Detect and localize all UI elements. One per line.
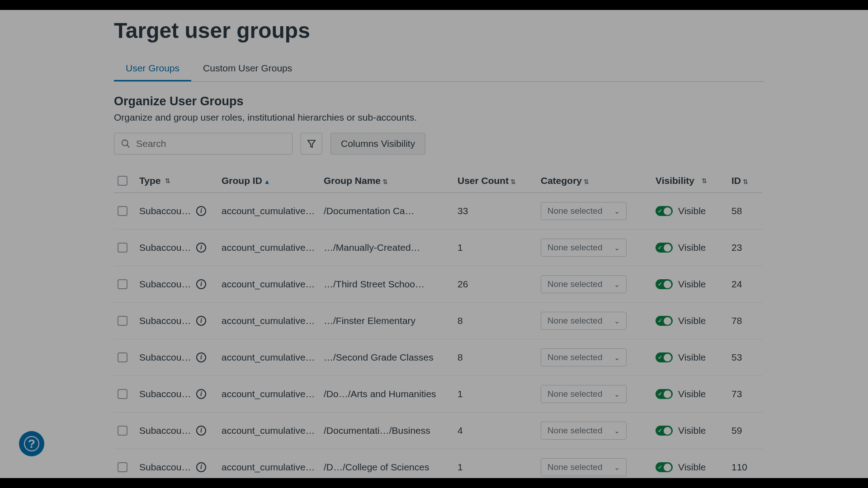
info-icon[interactable]: i xyxy=(196,206,206,216)
filter-button[interactable] xyxy=(301,133,322,155)
info-icon[interactable]: i xyxy=(196,352,206,362)
cell-user-count: 4 xyxy=(458,425,541,436)
row-checkbox[interactable] xyxy=(118,352,127,362)
visibility-toggle[interactable] xyxy=(656,316,673,326)
visibility-text: Visible xyxy=(678,315,705,326)
table-row: Subaccount… i account_cumulative… /Do…/A… xyxy=(114,376,763,413)
sort-icon: ⇅ xyxy=(382,178,388,185)
help-icon: ? xyxy=(24,436,39,451)
sort-asc-icon: ▲ xyxy=(264,178,270,185)
row-checkbox[interactable] xyxy=(118,316,127,326)
table-row: Subaccount… i account_cumulative… …/Manu… xyxy=(114,230,763,266)
sort-icon: ⇅ xyxy=(702,177,707,184)
tab-user-groups[interactable]: User Groups xyxy=(114,56,191,81)
visibility-toggle[interactable] xyxy=(656,426,673,436)
page-title: Target user groups xyxy=(114,18,764,43)
cell-id: 23 xyxy=(731,242,762,253)
col-header-group-id[interactable]: Group ID▲ xyxy=(222,175,324,186)
toolbar: Columns Visibility xyxy=(114,133,764,155)
columns-visibility-button[interactable]: Columns Visibility xyxy=(330,133,425,155)
category-select[interactable]: None selected ⌄ xyxy=(541,458,627,476)
table-row: Subaccount… i account_cumulative… …/Fins… xyxy=(114,303,763,339)
row-checkbox[interactable] xyxy=(118,206,127,216)
info-icon[interactable]: i xyxy=(196,462,206,472)
category-select[interactable]: None selected ⌄ xyxy=(541,385,627,403)
type-text: Subaccount… xyxy=(139,389,193,399)
chevron-down-icon: ⌄ xyxy=(614,463,620,472)
cell-type: Subaccount… i xyxy=(139,242,222,253)
row-checkbox[interactable] xyxy=(118,462,127,472)
cell-id: 110 xyxy=(731,462,762,473)
col-header-type[interactable]: Type⇅ xyxy=(139,175,222,186)
info-icon[interactable]: i xyxy=(196,279,206,289)
category-value: None selected xyxy=(547,206,602,216)
visibility-toggle[interactable] xyxy=(656,279,673,289)
col-header-visibility[interactable]: Visibility⇅ xyxy=(656,175,731,186)
category-value: None selected xyxy=(547,316,602,326)
info-icon[interactable]: i xyxy=(196,389,206,399)
tabs: User Groups Custom User Groups xyxy=(114,56,764,82)
row-checkbox[interactable] xyxy=(118,279,127,289)
section-description: Organize and group user roles, instituti… xyxy=(114,112,764,123)
cell-group-id: account_cumulative… xyxy=(222,279,324,290)
table-header-row: Type⇅ Group ID▲ Group Name⇅ User Count⇅ … xyxy=(114,169,763,193)
type-text: Subaccount… xyxy=(139,206,193,216)
category-value: None selected xyxy=(547,462,602,472)
col-header-category-label: Category xyxy=(541,175,582,186)
category-select[interactable]: None selected ⌄ xyxy=(541,202,627,220)
search-icon xyxy=(121,139,131,149)
search-input-wrapper[interactable] xyxy=(114,133,292,155)
select-all-checkbox[interactable] xyxy=(118,176,127,186)
col-header-category[interactable]: Category⇅ xyxy=(541,175,656,186)
chevron-down-icon: ⌄ xyxy=(614,207,620,216)
cell-group-name: /Documentati…/Business xyxy=(324,425,458,436)
chevron-down-icon: ⌄ xyxy=(614,427,620,435)
category-select[interactable]: None selected ⌄ xyxy=(541,239,627,257)
cell-id: 59 xyxy=(731,425,762,436)
visibility-toggle[interactable] xyxy=(656,206,673,216)
cell-group-name: /Do…/Arts and Humanities xyxy=(324,389,458,399)
cell-visibility: Visible xyxy=(656,462,731,473)
col-header-id[interactable]: ID⇅ xyxy=(731,175,762,186)
cell-user-count: 8 xyxy=(458,352,541,363)
category-select[interactable]: None selected ⌄ xyxy=(541,348,627,366)
col-header-id-label: ID xyxy=(731,175,741,186)
row-checkbox[interactable] xyxy=(118,426,127,436)
cell-visibility: Visible xyxy=(656,352,731,363)
tab-custom-user-groups[interactable]: Custom User Groups xyxy=(191,56,304,81)
visibility-toggle[interactable] xyxy=(656,462,673,472)
cell-group-name: …/Third Street Schoo… xyxy=(324,279,458,290)
category-select[interactable]: None selected ⌄ xyxy=(541,312,627,330)
cell-group-id: account_cumulative… xyxy=(222,242,324,253)
cell-id: 53 xyxy=(731,352,762,363)
cell-user-count: 26 xyxy=(458,279,541,290)
cell-type: Subaccount… i xyxy=(139,279,222,290)
sort-icon: ⇅ xyxy=(743,178,748,185)
cell-group-id: account_cumulative… xyxy=(222,352,324,363)
category-value: None selected xyxy=(547,426,602,436)
info-icon[interactable]: i xyxy=(196,316,206,326)
cell-type: Subaccount… i xyxy=(139,206,222,216)
help-fab[interactable]: ? xyxy=(19,431,44,456)
visibility-text: Visible xyxy=(678,425,705,436)
type-text: Subaccount… xyxy=(139,315,193,326)
info-icon[interactable]: i xyxy=(196,426,206,436)
info-icon[interactable]: i xyxy=(196,243,206,253)
category-select[interactable]: None selected ⌄ xyxy=(541,275,627,293)
col-header-user-count[interactable]: User Count⇅ xyxy=(458,175,541,186)
cell-type: Subaccount… i xyxy=(139,425,222,436)
type-text: Subaccount… xyxy=(139,279,193,290)
cell-id: 58 xyxy=(731,206,762,216)
visibility-text: Visible xyxy=(678,242,705,253)
category-select[interactable]: None selected ⌄ xyxy=(541,422,627,440)
cell-user-count: 33 xyxy=(458,206,541,216)
visibility-toggle[interactable] xyxy=(656,352,673,362)
visibility-text: Visible xyxy=(678,279,705,290)
row-checkbox[interactable] xyxy=(118,389,127,399)
col-header-group-name[interactable]: Group Name⇅ xyxy=(324,175,458,186)
search-input[interactable] xyxy=(136,138,286,149)
row-checkbox[interactable] xyxy=(118,243,127,253)
visibility-toggle[interactable] xyxy=(656,389,673,399)
type-text: Subaccount… xyxy=(139,242,193,253)
visibility-toggle[interactable] xyxy=(656,243,673,253)
